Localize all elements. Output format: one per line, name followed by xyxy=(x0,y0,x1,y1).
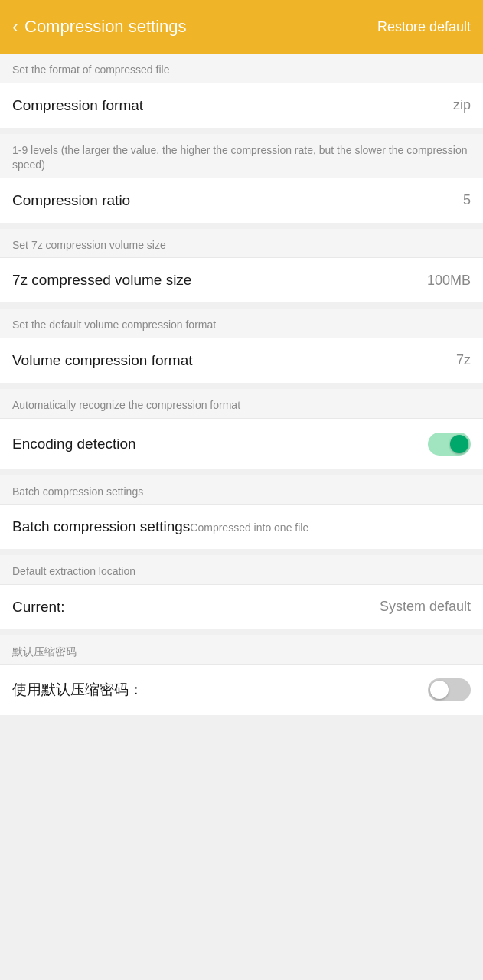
default-password-section: 默认压缩密码 使用默认压缩密码： xyxy=(0,635,483,716)
compression-format-description: Set the format of compressed file xyxy=(0,54,483,83)
batch-compression-description: Batch compression settings xyxy=(0,475,483,505)
compression-format-row[interactable]: Compression format zip xyxy=(0,83,483,128)
use-default-password-toggle[interactable] xyxy=(428,678,471,701)
extraction-location-description: Default extraction location xyxy=(0,555,483,584)
batch-compression-section: Batch compression settings Batch compres… xyxy=(0,475,483,550)
compression-ratio-section: 1-9 levels (the larger the value, the hi… xyxy=(0,134,483,223)
toggle-thumb-on xyxy=(450,435,468,453)
volume-size-section: Set 7z compression volume size 7z compre… xyxy=(0,229,483,303)
batch-compression-label: Batch compression settingsCompressed int… xyxy=(12,518,308,535)
volume-size-value: 100MB xyxy=(427,273,471,289)
default-password-description: 默认压缩密码 xyxy=(0,635,483,665)
restore-default-button[interactable]: Restore default xyxy=(377,19,471,35)
encoding-detection-label: Encoding detection xyxy=(12,436,136,452)
use-default-password-row[interactable]: 使用默认压缩密码： xyxy=(0,664,483,715)
use-default-password-label: 使用默认压缩密码： xyxy=(12,680,143,700)
compression-ratio-label: Compression ratio xyxy=(12,192,130,209)
volume-format-description: Set the default volume compression forma… xyxy=(0,309,483,338)
compression-format-label: Compression format xyxy=(12,97,143,114)
compression-format-value: zip xyxy=(453,97,471,113)
encoding-detection-description: Automatically recognize the compression … xyxy=(0,389,483,418)
extraction-location-row[interactable]: Current: System default xyxy=(0,584,483,629)
volume-size-description: Set 7z compression volume size xyxy=(0,229,483,258)
app-header: ‹ Compression settings Restore default xyxy=(0,0,483,54)
compression-ratio-row[interactable]: Compression ratio 5 xyxy=(0,178,483,223)
header-left: ‹ Compression settings xyxy=(12,17,187,37)
volume-size-label: 7z compressed volume size xyxy=(12,272,191,289)
extraction-location-label: Current: xyxy=(12,599,65,616)
volume-format-value: 7z xyxy=(456,352,471,368)
encoding-detection-toggle[interactable] xyxy=(428,433,471,456)
page-title: Compression settings xyxy=(24,17,187,37)
encoding-detection-row[interactable]: Encoding detection xyxy=(0,418,483,469)
volume-format-section: Set the default volume compression forma… xyxy=(0,309,483,383)
compression-ratio-description: 1-9 levels (the larger the value, the hi… xyxy=(0,134,483,178)
volume-format-row[interactable]: Volume compression format 7z xyxy=(0,338,483,383)
compression-format-section: Set the format of compressed file Compre… xyxy=(0,54,483,128)
compression-ratio-value: 5 xyxy=(463,192,471,208)
extraction-location-section: Default extraction location Current: Sys… xyxy=(0,555,483,629)
extraction-location-value: System default xyxy=(380,599,471,615)
volume-size-row[interactable]: 7z compressed volume size 100MB xyxy=(0,257,483,302)
encoding-detection-section: Automatically recognize the compression … xyxy=(0,389,483,469)
batch-compression-row[interactable]: Batch compression settingsCompressed int… xyxy=(0,504,483,549)
back-icon[interactable]: ‹ xyxy=(12,18,18,36)
volume-format-label: Volume compression format xyxy=(12,352,193,369)
